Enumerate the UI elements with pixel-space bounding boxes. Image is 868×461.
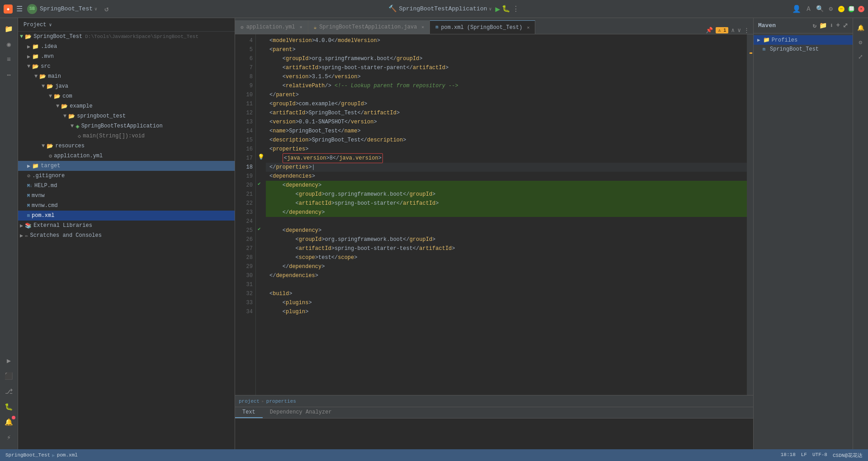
debug-panel-icon[interactable]: 🐛 xyxy=(2,400,16,414)
tab-pom-xml[interactable]: m pom.xml (SpringBoot_Test) ✕ xyxy=(430,20,535,34)
tree-item-scratches[interactable]: ▶ ✏ Scratches and Consoles xyxy=(18,230,235,240)
tab-close-appyml[interactable]: ✕ xyxy=(300,24,302,30)
tree-item-mvnwcmd[interactable]: M mvnw.cmd xyxy=(18,201,235,211)
panel-chevron[interactable]: ∨ xyxy=(49,22,52,28)
more-options-icon[interactable]: ⋮ xyxy=(512,5,519,14)
maven-download-icon[interactable]: ⬇ xyxy=(830,22,833,29)
account-icon[interactable]: 👤 xyxy=(792,5,801,14)
settings-icon[interactable]: ⚙ xyxy=(829,5,833,13)
tab-more-icon[interactable]: ⋮ xyxy=(744,27,750,34)
tree-label-pomxml: pom.xml xyxy=(32,212,54,219)
structure-icon[interactable]: ≡ xyxy=(2,52,16,67)
right-icon-bar: 🔔 ⚙ ⤢ xyxy=(853,18,868,449)
search-icon[interactable]: 🔍 xyxy=(816,5,824,13)
status-file[interactable]: pom.xml xyxy=(57,452,78,458)
tree-item-gitignore[interactable]: ⊘ .gitignore xyxy=(18,171,235,181)
spring-app-icon: ◈ xyxy=(75,122,79,130)
tree-item-src[interactable]: ▼ 📂 src xyxy=(18,61,235,71)
code-line-10: </parent> xyxy=(266,90,747,99)
gutter-bulb-17[interactable]: 💡 xyxy=(258,154,264,160)
bookmark-icon[interactable]: ⋯ xyxy=(2,68,16,82)
tab-application-yml[interactable]: ⚙ application.yml ✕ xyxy=(235,20,308,34)
tab-dependency-analyzer[interactable]: Dependency Analyzer xyxy=(263,407,339,418)
maven-expand-icon[interactable]: ⤢ xyxy=(843,22,848,29)
folder-example: 📂 xyxy=(61,103,68,110)
line-num-17: 17 xyxy=(235,154,253,163)
folder-icon-idea: 📁 xyxy=(32,43,39,50)
close-button[interactable]: ✕ xyxy=(858,6,864,12)
status-position[interactable]: 18:18 xyxy=(781,452,796,459)
method-icon: ◇ xyxy=(78,133,81,140)
gutter-debug-25[interactable]: ✔ xyxy=(258,226,261,232)
tree-item-springboot[interactable]: ▼ 📂 springboot_test xyxy=(18,111,235,121)
code-line-20: <dependency> xyxy=(266,181,747,190)
status-project[interactable]: SpringBoot_Test xyxy=(5,452,50,458)
tree-item-java[interactable]: ▼ 📂 java xyxy=(18,81,235,91)
code-line-30: </dependencies> xyxy=(266,271,747,280)
tree-item-idea[interactable]: ▶ 📁 .idea xyxy=(18,42,235,52)
tree-label-app: SpringBootTestApplication xyxy=(81,123,163,129)
tree-item-pomxml[interactable]: m pom.xml xyxy=(18,211,235,221)
status-line-ending[interactable]: LF xyxy=(801,452,807,459)
tree-item-com[interactable]: ▼ 📂 com xyxy=(18,91,235,101)
expand-src: ▼ xyxy=(27,63,30,70)
maven-item-springboot[interactable]: m SpringBoot_Test xyxy=(754,45,853,54)
code-area[interactable]: <modelVersion>4.0.0</modelVersion> <pare… xyxy=(266,34,747,395)
tab-close-java[interactable]: ✕ xyxy=(421,24,424,30)
tab-actions: 📌 ⚠ 1 ∧ ∨ ⋮ xyxy=(702,27,753,34)
maven-refresh-icon[interactable]: ↻ xyxy=(813,22,816,29)
translate-icon[interactable]: A xyxy=(807,5,810,13)
hamburger-menu[interactable]: ☰ xyxy=(16,5,23,14)
tree-item-resources[interactable]: ▼ 📂 resources xyxy=(18,141,235,151)
run-icon[interactable]: ▶ xyxy=(2,353,16,368)
status-encoding[interactable]: UTF-8 xyxy=(812,452,827,459)
code-line-4: <modelVersion>4.0.0</modelVersion> xyxy=(266,36,747,45)
breadcrumb-properties[interactable]: properties xyxy=(266,399,296,404)
project-tree[interactable]: ▼ 📂 SpringBoot_Test D:\Tools\JavaWorkSpa… xyxy=(18,32,235,449)
project-dropdown-icon[interactable]: ∨ xyxy=(94,6,97,12)
status-sep1: ▶ xyxy=(52,452,55,458)
tab-close-pom[interactable]: ✕ xyxy=(527,25,529,30)
chevron-down-icon[interactable]: ∨ xyxy=(737,27,741,34)
undo-button[interactable]: ↺ xyxy=(104,5,109,14)
terminal-icon[interactable]: ⬛ xyxy=(2,369,16,383)
commit-icon[interactable]: ◉ xyxy=(2,37,16,52)
tree-item-main-method[interactable]: ◇ main(String[]):void xyxy=(18,131,235,141)
line-num-9: 9 xyxy=(235,81,253,90)
tree-item-app-class[interactable]: ▼ ◈ SpringBootTestApplication xyxy=(18,121,235,131)
run-config-dropdown[interactable]: ∨ xyxy=(489,6,492,12)
maven-item-profiles[interactable]: ▶ 📁 Profiles xyxy=(754,35,853,45)
tab-text[interactable]: Text xyxy=(235,407,263,418)
maximize-button[interactable]: ⬜ xyxy=(848,6,854,12)
hammer-icon[interactable]: 🔨 xyxy=(388,5,397,13)
tree-item-main[interactable]: ▼ 📂 main xyxy=(18,71,235,81)
chevron-up-icon[interactable]: ∧ xyxy=(731,27,735,34)
tree-item-root[interactable]: ▼ 📂 SpringBoot_Test D:\Tools\JavaWorkSpa… xyxy=(18,32,235,42)
tree-item-example[interactable]: ▼ 📂 example xyxy=(18,101,235,111)
folder-src: 📂 xyxy=(32,63,39,70)
tree-item-extlibs[interactable]: ▶ 📚 External Libraries xyxy=(18,221,235,230)
notification-icon[interactable]: 🔔 xyxy=(2,415,16,429)
tree-item-target[interactable]: ▶ 📁 target xyxy=(18,161,235,171)
panel-title: Project xyxy=(24,22,46,28)
tree-item-appyml[interactable]: ⚙ application.yml xyxy=(18,151,235,161)
breadcrumb-project[interactable]: project xyxy=(239,399,259,404)
right-expand-icon[interactable]: ⤢ xyxy=(854,51,867,63)
tree-item-mvn[interactable]: ▶ 📁 .mvn xyxy=(18,52,235,61)
notifications-icon[interactable]: 🔔 xyxy=(854,22,867,34)
git-icon[interactable]: ⎇ xyxy=(2,384,16,399)
project-icon[interactable]: 📁 xyxy=(2,22,16,36)
maven-add-icon[interactable]: + xyxy=(836,22,840,29)
pin-icon[interactable]: 📌 xyxy=(706,27,713,34)
tab-spring-java[interactable]: ☕ SpringBootTestApplication.java ✕ xyxy=(308,20,430,34)
tree-item-mvnw[interactable]: M mvnw xyxy=(18,191,235,201)
maven-folder-icon[interactable]: 📁 xyxy=(819,22,827,29)
line-num-21: 21 xyxy=(235,190,253,199)
minimize-button[interactable]: — xyxy=(838,6,844,12)
debug-icon[interactable]: 🐛 xyxy=(502,5,510,13)
run-button[interactable]: ▶ xyxy=(495,4,500,14)
plugins-icon[interactable]: ⚡ xyxy=(2,430,16,445)
tree-item-helpmd[interactable]: M↓ HELP.md xyxy=(18,181,235,191)
right-settings-icon[interactable]: ⚙ xyxy=(854,36,867,49)
gutter-debug-20[interactable]: ✔ xyxy=(258,181,261,187)
